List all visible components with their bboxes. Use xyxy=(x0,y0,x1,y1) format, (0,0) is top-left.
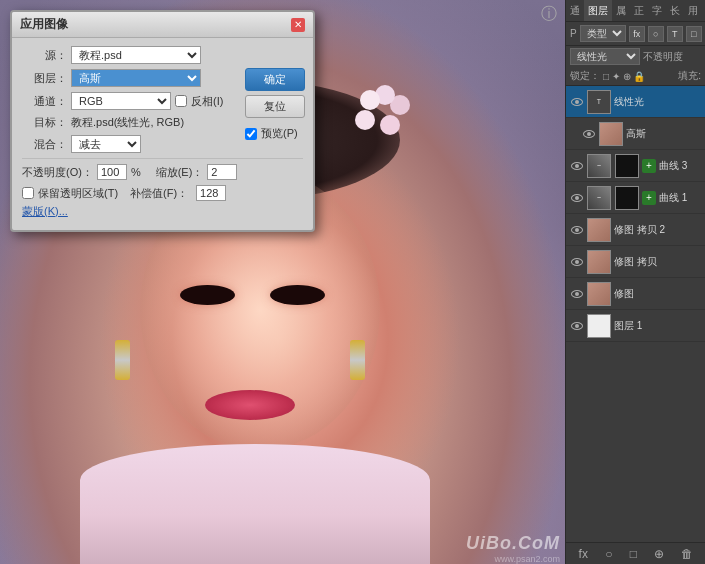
layer-thumb-2 xyxy=(599,122,623,146)
filter-options: P 类型 fx ○ T □ xyxy=(566,22,705,46)
layer-item-5[interactable]: 修图 拷贝 2 xyxy=(566,214,705,246)
opacity-scale-row: 不透明度(O)： % 缩放(E)： xyxy=(22,164,303,180)
layer-thumb-1: T xyxy=(587,90,611,114)
add-style-icon[interactable]: ○ xyxy=(605,547,612,561)
circle-icon[interactable]: ○ xyxy=(648,26,664,42)
layer-item-3[interactable]: ~ + 曲线 3 xyxy=(566,150,705,182)
filter-type-select[interactable]: 类型 xyxy=(580,25,626,42)
layer-plus-4: + xyxy=(642,191,656,205)
lock-icons: □ ✦ ⊕ 🔒 xyxy=(603,71,645,82)
layer-item-8[interactable]: 图层 1 xyxy=(566,310,705,342)
layer-eye-5[interactable] xyxy=(570,223,584,237)
confirm-button[interactable]: 确定 xyxy=(245,68,305,91)
layers-list: T 线性光 高斯 ~ + 曲线 3 xyxy=(566,86,705,342)
opacity-label: 不透明度(O)： xyxy=(22,165,93,180)
source-row: 源： 教程.psd xyxy=(22,46,303,64)
divider xyxy=(22,158,303,159)
preview-row: 预览(P) xyxy=(245,126,305,141)
preview-label: 预览(P) xyxy=(261,126,298,141)
blend-mode-row: 线性光 不透明度 xyxy=(566,46,705,67)
fx-icon[interactable]: fx xyxy=(629,26,645,42)
matte-label[interactable]: 蒙版(K)... xyxy=(22,204,68,219)
source-label: 源： xyxy=(22,48,67,63)
folder-icon[interactable]: □ xyxy=(686,26,702,42)
close-button[interactable]: ✕ xyxy=(291,18,305,32)
eye-icon-8 xyxy=(571,322,583,330)
tab-adjust[interactable]: 正 xyxy=(630,0,648,21)
layer-item-1[interactable]: T 线性光 xyxy=(566,86,705,118)
channel-label: 通道： xyxy=(22,94,67,109)
layer-eye-7[interactable] xyxy=(570,287,584,301)
opacity-unit: % xyxy=(131,166,141,178)
layer-mask-3 xyxy=(615,154,639,178)
opacity-input[interactable] xyxy=(97,164,127,180)
T-icon[interactable]: T xyxy=(667,26,683,42)
panel-tabs: 通 图层 属 正 字 长 用 xyxy=(566,0,705,22)
preserve-label: 保留透明区域(T) xyxy=(38,186,118,201)
layer-plus-3: + xyxy=(642,159,656,173)
layer-select[interactable]: 高斯 xyxy=(71,69,201,87)
layer-item-2[interactable]: 高斯 xyxy=(566,118,705,150)
tab-attr[interactable]: 属 xyxy=(612,0,630,21)
layer-eye-1[interactable] xyxy=(570,95,584,109)
layer-eye-6[interactable] xyxy=(570,255,584,269)
scale-group: 缩放(E)： xyxy=(156,164,238,180)
eye-icon-5 xyxy=(571,226,583,234)
floral-hair-decoration xyxy=(340,80,460,180)
layer-eye-3[interactable] xyxy=(570,159,584,173)
invert-label: 反相(I) xyxy=(191,94,223,109)
channel-select[interactable]: RGB xyxy=(71,92,171,110)
layer-eye-8[interactable] xyxy=(570,319,584,333)
layer-name-2: 高斯 xyxy=(626,127,701,141)
layer-item-7[interactable]: 修图 xyxy=(566,278,705,310)
preserve-checkbox[interactable] xyxy=(22,187,34,199)
layer-name-3: 曲线 3 xyxy=(659,159,701,173)
apply-image-dialog: 应用图像 ✕ 源： 教程.psd 图层： 高斯 通道： xyxy=(10,10,315,232)
layer-eye-4[interactable] xyxy=(570,191,584,205)
source-select[interactable]: 教程.psd xyxy=(71,46,201,64)
blending-label: 混合： xyxy=(22,137,67,152)
eye-icon-3 xyxy=(571,162,583,170)
info-icon[interactable]: ⓘ xyxy=(541,4,557,25)
eye-icon-1 xyxy=(571,98,583,106)
tab-channels[interactable]: 通 xyxy=(566,0,584,21)
lock-label: 锁定： xyxy=(570,69,600,83)
scale-label: 缩放(E)： xyxy=(156,165,204,180)
reset-button[interactable]: 复位 xyxy=(245,95,305,118)
tab-actions[interactable]: 用 xyxy=(684,0,702,21)
tab-history[interactable]: 长 xyxy=(666,0,684,21)
scale-input[interactable] xyxy=(207,164,237,180)
new-group-icon[interactable]: □ xyxy=(630,547,637,561)
blending-select[interactable]: 减去 xyxy=(71,135,141,153)
layer-item-6[interactable]: 修图 拷贝 xyxy=(566,246,705,278)
layer-mask-4 xyxy=(615,186,639,210)
invert-checkbox[interactable] xyxy=(175,95,187,107)
tab-layers[interactable]: 图层 xyxy=(584,0,612,21)
dress xyxy=(80,444,430,564)
layer-name-7: 修图 xyxy=(614,287,701,301)
eye-icon-7 xyxy=(571,290,583,298)
tab-char[interactable]: 字 xyxy=(648,0,666,21)
layer-eye-2[interactable] xyxy=(582,127,596,141)
matte-row: 蒙版(K)... xyxy=(22,204,303,219)
delete-layer-icon[interactable]: 🗑 xyxy=(681,547,693,561)
layer-thumb-4: ~ xyxy=(587,186,611,210)
opacity-group: 不透明度(O)： % xyxy=(22,164,141,180)
new-layer-icon[interactable]: ⊕ xyxy=(654,547,664,561)
blend-mode-select[interactable]: 线性光 xyxy=(570,48,640,65)
layer-item-4[interactable]: ~ + 曲线 1 xyxy=(566,182,705,214)
offset-input[interactable] xyxy=(196,185,226,201)
dialog-titlebar: 应用图像 ✕ xyxy=(12,12,313,38)
preserve-row: 保留透明区域(T) 补偿值(F)： xyxy=(22,185,303,201)
layer-name-4: 曲线 1 xyxy=(659,191,701,205)
layer-name-6: 修图 拷贝 xyxy=(614,255,701,269)
opacity-label: 不透明度 xyxy=(643,50,683,64)
preview-checkbox[interactable] xyxy=(245,128,257,140)
lips xyxy=(205,390,295,420)
left-eye xyxy=(180,285,235,305)
layer-thumb-8 xyxy=(587,314,611,338)
layer-name-5: 修图 拷贝 2 xyxy=(614,223,701,237)
link-icon[interactable]: fx xyxy=(579,547,588,561)
dialog-title: 应用图像 xyxy=(20,16,68,33)
eye-icon-4 xyxy=(571,194,583,202)
